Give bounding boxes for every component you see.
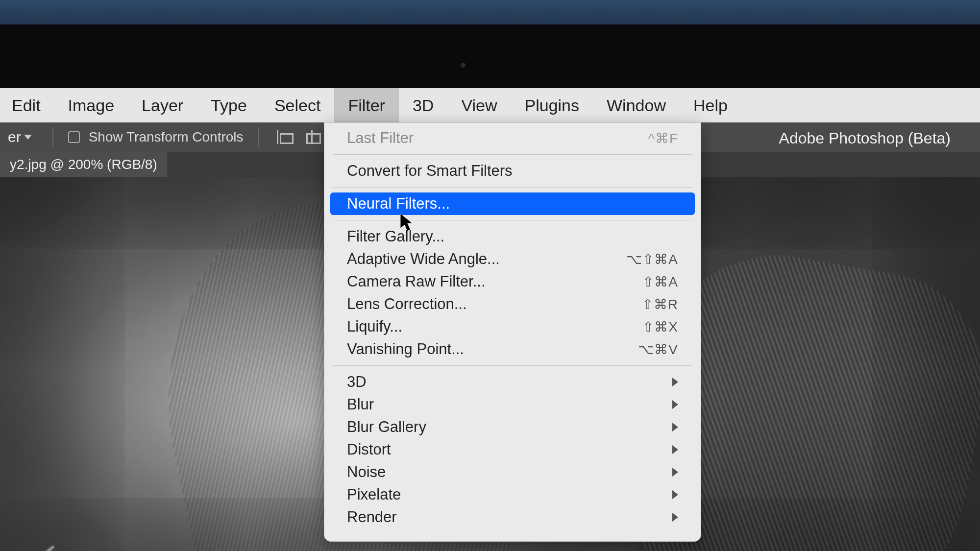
menu-help[interactable]: Help	[680, 88, 741, 122]
menu-view[interactable]: View	[447, 88, 511, 122]
webcam-dot-icon	[461, 63, 466, 68]
menu-item-vanishing-point[interactable]: Vanishing Point...⌥⌘V	[324, 338, 701, 360]
menu-item-label: Blur	[347, 396, 374, 413]
menu-item-last-filter: Last Filter^⌘F	[324, 127, 701, 149]
filter-dropdown-menu: Last Filter^⌘FConvert for Smart FiltersN…	[324, 122, 701, 542]
align-left-icon	[277, 130, 291, 144]
monitor-bezel	[0, 24, 980, 88]
menu-layer[interactable]: Layer	[128, 88, 197, 122]
document-tab[interactable]: y2.jpg @ 200% (RGB/8)	[0, 152, 167, 177]
menu-item-lens-correction[interactable]: Lens Correction...⇧⌘R	[324, 293, 701, 315]
align-center-button[interactable]	[302, 127, 322, 147]
menu-shortcut: ⌥⌘V	[638, 341, 678, 358]
menu-item-label: Distort	[347, 441, 391, 458]
menu-item-label: Noise	[347, 463, 386, 481]
menu-separator	[333, 187, 692, 188]
menu-shortcut: ⇧⌘R	[642, 296, 678, 312]
menu-item-noise[interactable]: Noise	[324, 461, 701, 483]
menu-item-blur-gallery[interactable]: Blur Gallery	[324, 416, 701, 438]
tool-preset-dropdown[interactable]: er	[2, 127, 38, 147]
menu-item-label: Convert for Smart Filters	[347, 162, 513, 180]
menu-window[interactable]: Window	[593, 88, 680, 122]
menu-item-label: Lens Correction...	[347, 295, 467, 313]
show-transform-label: Show Transform Controls	[89, 129, 244, 145]
separator	[52, 127, 53, 147]
menu-item-distort[interactable]: Distort	[324, 438, 701, 461]
menu-item-neural-filters[interactable]: Neural Filters...	[330, 192, 695, 215]
align-center-icon	[305, 130, 319, 144]
cursor-icon	[400, 213, 414, 231]
menu-shortcut: ⌥⇧⌘A	[626, 251, 678, 267]
desktop-top-bar	[0, 0, 980, 24]
menu-item-pixelate[interactable]: Pixelate	[324, 483, 701, 506]
menu-item-label: Camera Raw Filter...	[347, 273, 486, 290]
menu-filter[interactable]: Filter	[334, 88, 399, 122]
app-menubar: Edit Image Layer Type Select Filter 3D V…	[0, 88, 980, 122]
app-title: Adobe Photoshop (Beta)	[779, 129, 951, 147]
menu-item-label: Render	[347, 508, 397, 526]
menu-item-filter-gallery[interactable]: Filter Gallery...	[324, 225, 701, 248]
menu-shortcut: ^⌘F	[648, 130, 678, 146]
align-left-button[interactable]	[274, 127, 294, 147]
menu-item-label: Filter Gallery...	[347, 228, 444, 245]
menu-plugins[interactable]: Plugins	[511, 88, 593, 122]
menu-item-camera-raw-filter[interactable]: Camera Raw Filter...⇧⌘A	[324, 270, 701, 293]
menu-item-render[interactable]: Render	[324, 506, 701, 528]
menu-item-label: 3D	[347, 373, 367, 391]
menu-select[interactable]: Select	[261, 88, 335, 122]
menu-item-convert-for-smart-filters[interactable]: Convert for Smart Filters	[324, 160, 701, 182]
menu-item-label: Liquify...	[347, 318, 402, 335]
menu-item-adaptive-wide-angle[interactable]: Adaptive Wide Angle...⌥⇧⌘A	[324, 248, 701, 270]
tool-label: er	[8, 129, 21, 145]
separator	[258, 127, 259, 147]
menu-item-label: Blur Gallery	[347, 418, 426, 436]
menu-item-label: Neural Filters...	[347, 195, 450, 213]
menu-item-label: Adaptive Wide Angle...	[347, 250, 500, 268]
menu-item-label: Vanishing Point...	[347, 340, 464, 358]
menu-item-3d[interactable]: 3D	[324, 371, 701, 393]
menu-item-label: Pixelate	[347, 486, 401, 503]
menu-separator	[333, 154, 692, 155]
menu-item-liquify[interactable]: Liquify...⇧⌘X	[324, 315, 701, 338]
menu-separator	[333, 365, 692, 366]
show-transform-checkbox[interactable]	[68, 131, 80, 143]
menu-shortcut: ⇧⌘X	[642, 319, 678, 335]
menu-3d[interactable]: 3D	[399, 88, 447, 122]
menu-separator	[333, 220, 692, 220]
menu-shortcut: ⇧⌘A	[642, 274, 678, 290]
menu-type[interactable]: Type	[197, 88, 261, 122]
menu-item-label: Last Filter	[347, 129, 414, 147]
menu-image[interactable]: Image	[54, 88, 128, 122]
menu-edit[interactable]: Edit	[0, 88, 54, 122]
chevron-down-icon	[24, 135, 32, 140]
menu-item-blur[interactable]: Blur	[324, 393, 701, 416]
